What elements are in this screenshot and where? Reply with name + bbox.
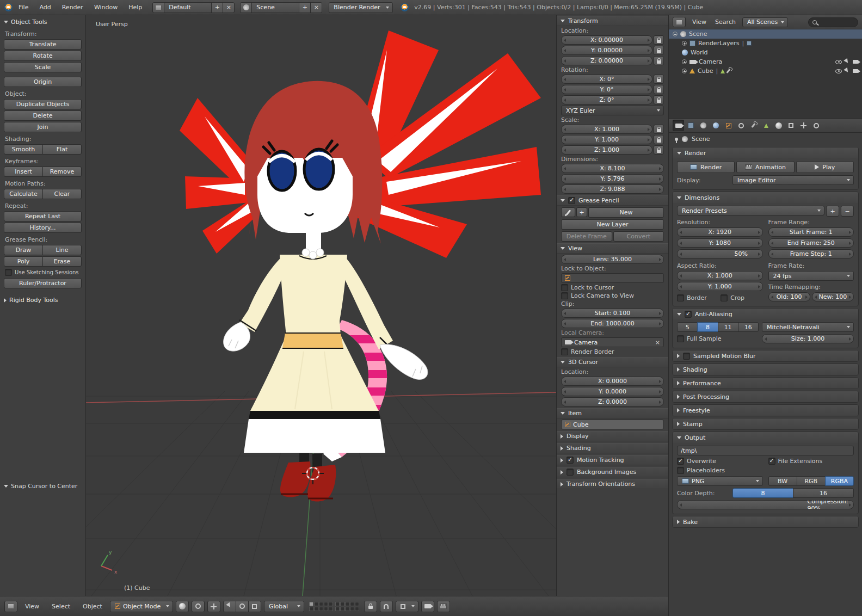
orientation-dropdown[interactable]: Global [264, 601, 304, 612]
clear-camera-button[interactable]: × [655, 339, 660, 346]
shading-panel-header[interactable]: Shading [557, 443, 668, 453]
lock-to-cursor-checkbox[interactable] [561, 284, 568, 291]
outliner-search-menu[interactable]: Search [713, 17, 738, 27]
background-images-checkbox[interactable] [567, 469, 574, 476]
lock-to-scene-button[interactable] [364, 601, 377, 612]
pin-icon[interactable] [675, 138, 678, 141]
transform-panel-header[interactable]: Transform [557, 16, 668, 26]
antialiasing-checkbox[interactable] [685, 311, 692, 318]
object-name-field[interactable]: Cube [561, 420, 664, 429]
selectability-icon[interactable] [843, 58, 851, 65]
snap-cursor-panel-header[interactable]: Snap Cursor to Center [4, 483, 82, 490]
snap-element-dropdown[interactable] [396, 601, 418, 612]
display-panel-header[interactable]: Display [557, 431, 668, 441]
view-panel-header[interactable]: View [557, 243, 668, 254]
tab-material[interactable] [773, 120, 784, 131]
aspect-x-field[interactable]: X: 1.000 [677, 271, 763, 280]
new-layer-button[interactable]: New Layer [561, 219, 664, 230]
animation-button[interactable]: Animation [736, 161, 794, 173]
dimensions-panel-header[interactable]: Dimensions [673, 192, 858, 203]
transform-orientations-panel-header[interactable]: Transform Orientations [557, 479, 668, 489]
stamp-panel-header[interactable]: Stamp [673, 418, 858, 429]
location-z-field[interactable]: Z: 0.00000 [561, 56, 652, 65]
lock-camera-checkbox[interactable] [561, 292, 568, 299]
smooth-button[interactable]: Smooth [4, 144, 43, 155]
scale-z-field[interactable]: Z: 1.000 [561, 145, 652, 155]
dimension-z-field[interactable]: Z: 9.088 [561, 184, 664, 194]
flat-button[interactable]: Flat [42, 144, 82, 155]
outliner-row-cube[interactable]: Cube | [669, 66, 862, 76]
location-x-field[interactable]: X: 0.00000 [561, 35, 652, 45]
outliner-filter-dropdown[interactable]: All Scenes [742, 17, 788, 27]
convert-button[interactable]: Convert [613, 231, 664, 242]
view-menu[interactable]: View [20, 601, 44, 612]
layer-group-1[interactable] [309, 602, 333, 611]
browse-scenes-button[interactable] [240, 2, 252, 13]
snap-toggle-button[interactable] [380, 601, 393, 612]
grease-add-button[interactable]: + [576, 207, 587, 217]
outliner-row-camera[interactable]: Camera [669, 57, 862, 66]
location-y-field[interactable]: Y: 0.00000 [561, 46, 652, 55]
item-panel-header[interactable]: Item [557, 408, 668, 418]
expand-toggle-icon[interactable] [682, 59, 687, 64]
layers-widget[interactable] [309, 602, 359, 611]
aa-samples-11-button[interactable]: 11 [718, 322, 738, 332]
compression-slider[interactable]: Compression: 90% [677, 500, 854, 509]
lens-field[interactable]: Lens: 35.000 [561, 255, 664, 264]
ruler-protractor-button[interactable]: Ruler/Protractor [4, 278, 82, 288]
collapse-toggle-icon[interactable] [673, 32, 678, 36]
duplicate-objects-button[interactable]: Duplicate Objects [4, 99, 82, 109]
lock-scale-x-button[interactable] [654, 125, 664, 134]
character-model[interactable] [180, 30, 541, 502]
tab-data[interactable] [760, 120, 772, 131]
pivot-align-button[interactable] [207, 601, 220, 612]
placeholders-checkbox[interactable] [677, 467, 684, 474]
dimension-y-field[interactable]: Y: 5.796 [561, 174, 664, 183]
performance-panel-header[interactable]: Performance [673, 378, 858, 389]
outliner-row-world[interactable]: World [669, 48, 862, 57]
render-panel-header[interactable]: Render [673, 147, 858, 158]
close-screen-button[interactable]: × [223, 2, 235, 13]
remove-preset-button[interactable]: − [841, 206, 854, 217]
opengl-render-anim-button[interactable] [437, 601, 450, 612]
gp-erase-button[interactable]: Erase [42, 256, 82, 267]
lock-location-z-button[interactable] [654, 56, 664, 65]
remove-keyframe-button[interactable]: Remove [42, 167, 82, 177]
lock-scale-z-button[interactable] [654, 145, 664, 155]
start-frame-field[interactable]: Start Frame: 1 [768, 227, 854, 237]
motion-blur-checkbox[interactable] [683, 353, 690, 360]
color-depth-8-button[interactable]: 8 [732, 488, 793, 498]
manipulator-scale-button[interactable] [248, 601, 261, 612]
tab-world[interactable] [710, 120, 722, 131]
viewport-3d[interactable]: x y User Persp (1) Cube [86, 15, 556, 596]
grease-pencil-panel-header[interactable]: Grease Pencil [557, 195, 668, 206]
gp-poly-button[interactable]: Poly [4, 256, 43, 267]
aspect-y-field[interactable]: Y: 1.000 [677, 282, 763, 291]
lock-location-x-button[interactable] [654, 35, 664, 45]
visibility-icon[interactable] [835, 60, 842, 64]
frame-step-field[interactable]: Frame Step: 1 [768, 249, 854, 258]
viewport-shading-button[interactable] [176, 601, 189, 612]
resolution-percentage-slider[interactable]: 50% [677, 249, 763, 258]
object-menu[interactable]: Object [78, 601, 107, 612]
add-screen-button[interactable]: + [211, 2, 223, 13]
aa-samples-5-button[interactable]: 5 [677, 322, 698, 332]
delete-button[interactable]: Delete [4, 110, 82, 121]
shading-panel-header[interactable]: Shading [673, 364, 858, 375]
add-menu[interactable]: Add [34, 2, 56, 13]
frame-rate-dropdown[interactable]: 24 fps [768, 271, 854, 281]
tab-modifiers[interactable] [748, 120, 759, 131]
lock-location-y-button[interactable] [654, 46, 664, 55]
calculate-paths-button[interactable]: Calculate [4, 189, 43, 199]
rotation-y-field[interactable]: Y: 0° [561, 85, 652, 94]
window-menu[interactable]: Window [89, 2, 122, 13]
rotation-mode-dropdown[interactable]: XYZ Euler [561, 106, 664, 115]
screen-layout-name[interactable]: Default [164, 2, 212, 13]
rotate-button[interactable]: Rotate [4, 51, 82, 61]
aa-samples-16-button[interactable]: 16 [738, 322, 759, 332]
help-menu[interactable]: Help [124, 2, 147, 13]
browse-screens-button[interactable] [152, 2, 164, 13]
antialiasing-panel-header[interactable]: Anti-Aliasing [673, 309, 858, 319]
end-frame-field[interactable]: End Frame: 250 [768, 238, 854, 248]
clip-end-field[interactable]: End: 1000.000 [561, 319, 664, 328]
